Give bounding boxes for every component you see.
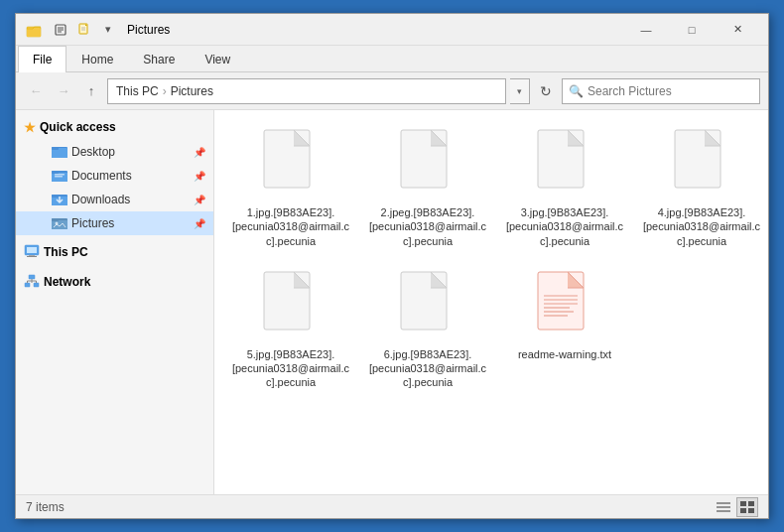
file-icon-3 xyxy=(530,126,599,205)
view-list-button[interactable] xyxy=(713,497,734,517)
search-input[interactable] xyxy=(588,84,753,98)
sidebar: ★ Quick access Desktop 📌 xyxy=(16,110,214,494)
main-content: ★ Quick access Desktop 📌 xyxy=(16,110,768,494)
svg-rect-13 xyxy=(52,171,59,174)
svg-rect-17 xyxy=(52,195,59,198)
sidebar-section-quickaccess[interactable]: ★ Quick access xyxy=(16,114,213,140)
sidebar-section-thispc[interactable]: This PC xyxy=(16,239,213,265)
file-label-5: 5.jpg.[9B83AE23].[pecunia0318@airmail.cc… xyxy=(231,347,350,390)
title-bar: ▾ Pictures — □ ✕ xyxy=(16,14,768,46)
close-button[interactable]: ✕ xyxy=(715,14,760,46)
star-icon: ★ xyxy=(24,120,36,135)
qat-newfile-btn[interactable] xyxy=(73,19,95,41)
search-icon: 🔍 xyxy=(569,84,584,98)
sidebar-section-network-label: Network xyxy=(44,275,90,289)
thispc-icon xyxy=(24,244,40,261)
ribbon-tabs: File Home Share View xyxy=(16,46,768,71)
minimize-button[interactable]: — xyxy=(623,14,669,46)
svg-rect-50 xyxy=(740,508,746,513)
address-dropdown-btn[interactable]: ▾ xyxy=(510,78,530,104)
sidebar-item-pictures[interactable]: Pictures 📌 xyxy=(16,211,213,235)
file-icon-4 xyxy=(667,126,736,205)
file-label-2: 2.jpeg.[9B83AE23].[pecunia0318@airmail.c… xyxy=(368,205,487,248)
tab-file[interactable]: File xyxy=(18,46,66,72)
maximize-button[interactable]: □ xyxy=(669,14,715,46)
svg-rect-22 xyxy=(27,247,37,253)
file-item-2[interactable]: 2.jpeg.[9B83AE23].[pecunia0318@airmail.c… xyxy=(363,122,492,252)
file-label-4: 4.jpg.[9B83AE23].[pecunia0318@airmail.cc… xyxy=(642,205,761,248)
file-item-readme[interactable]: readme-warning.txt xyxy=(500,264,629,394)
back-button[interactable]: ← xyxy=(24,79,48,103)
folder-pictures-icon xyxy=(52,215,67,232)
folder-downloads-icon xyxy=(52,192,67,208)
pin-icon-desktop: 📌 xyxy=(194,147,205,158)
pin-icon-pictures: 📌 xyxy=(194,218,205,229)
window-icon xyxy=(24,20,44,40)
search-box[interactable]: 🔍 xyxy=(562,78,760,104)
file-label-1: 1.jpg.[9B83AE23].[pecunia0318@airmail.cc… xyxy=(231,205,350,248)
address-path[interactable]: This PC › Pictures xyxy=(107,78,506,104)
ribbon: File Home Share View xyxy=(16,46,768,72)
forward-button[interactable]: → xyxy=(52,79,75,103)
svg-rect-49 xyxy=(748,501,754,506)
file-label-6: 6.jpg.[9B83AE23].[pecunia0318@airmail.cc… xyxy=(368,347,487,390)
sidebar-item-desktop[interactable]: Desktop 📌 xyxy=(16,140,213,164)
sidebar-item-desktop-label: Desktop xyxy=(71,145,115,159)
path-pictures[interactable]: Pictures xyxy=(171,84,213,98)
svg-rect-15 xyxy=(55,176,63,178)
svg-rect-24 xyxy=(27,256,37,257)
svg-rect-1 xyxy=(27,29,41,37)
tab-view[interactable]: View xyxy=(190,46,245,72)
file-item-4[interactable]: 4.jpg.[9B83AE23].[pecunia0318@airmail.cc… xyxy=(637,122,766,252)
svg-rect-27 xyxy=(34,283,39,287)
file-icon-readme xyxy=(530,268,599,347)
sidebar-item-documents[interactable]: Documents 📌 xyxy=(16,164,213,188)
sidebar-item-downloads[interactable]: Downloads 📌 xyxy=(16,188,213,211)
file-area: 1.jpg.[9B83AE23].[pecunia0318@airmail.cc… xyxy=(214,110,768,494)
file-grid: 1.jpg.[9B83AE23].[pecunia0318@airmail.cc… xyxy=(226,122,756,394)
svg-rect-25 xyxy=(29,275,35,279)
qat-properties-btn[interactable] xyxy=(50,19,71,41)
svg-rect-51 xyxy=(748,508,754,513)
view-large-icons-button[interactable] xyxy=(736,497,758,517)
sidebar-item-pictures-label: Pictures xyxy=(71,216,114,230)
sidebar-section-network[interactable]: Network xyxy=(16,269,213,295)
network-icon xyxy=(24,274,40,291)
sidebar-item-documents-label: Documents xyxy=(71,169,132,183)
file-icon-1 xyxy=(256,126,326,205)
svg-rect-26 xyxy=(25,283,30,287)
tab-share[interactable]: Share xyxy=(128,46,190,72)
file-item-5[interactable]: 5.jpg.[9B83AE23].[pecunia0318@airmail.cc… xyxy=(226,264,355,394)
tab-home[interactable]: Home xyxy=(66,46,128,72)
qat-dropdown-btn[interactable]: ▾ xyxy=(97,19,119,41)
address-bar: ← → ↑ This PC › Pictures ▾ ↻ 🔍 xyxy=(16,72,768,110)
view-buttons xyxy=(713,497,758,517)
folder-documents-icon xyxy=(52,168,67,185)
file-item-6[interactable]: 6.jpg.[9B83AE23].[pecunia0318@airmail.cc… xyxy=(363,264,492,394)
file-icon-6 xyxy=(393,268,462,347)
status-item-count: 7 items xyxy=(26,500,65,514)
svg-rect-14 xyxy=(55,174,65,176)
pin-icon-downloads: 📌 xyxy=(194,195,205,205)
window-controls: — □ ✕ xyxy=(623,14,760,46)
path-separator-1: › xyxy=(163,84,167,98)
quick-access-toolbar: ▾ xyxy=(50,19,119,41)
file-label-3: 3.jpg.[9B83AE23].[pecunia0318@airmail.cc… xyxy=(505,205,624,248)
svg-rect-11 xyxy=(52,147,59,150)
explorer-window: ▾ Pictures — □ ✕ File Home Share View ← … xyxy=(15,13,769,519)
sidebar-item-downloads-label: Downloads xyxy=(71,193,130,206)
file-item-1[interactable]: 1.jpg.[9B83AE23].[pecunia0318@airmail.cc… xyxy=(226,122,355,252)
window-title: Pictures xyxy=(127,23,623,37)
svg-rect-19 xyxy=(52,218,59,221)
file-item-3[interactable]: 3.jpg.[9B83AE23].[pecunia0318@airmail.cc… xyxy=(500,122,629,252)
folder-desktop-icon xyxy=(52,144,67,161)
svg-rect-48 xyxy=(740,501,746,506)
status-bar: 7 items xyxy=(16,494,768,518)
path-thispc[interactable]: This PC xyxy=(116,84,159,98)
sidebar-section-quickaccess-label: Quick access xyxy=(40,120,116,134)
file-icon-5 xyxy=(256,268,326,347)
up-button[interactable]: ↑ xyxy=(79,79,103,103)
file-icon-2 xyxy=(393,126,462,205)
sidebar-section-thispc-label: This PC xyxy=(44,245,88,259)
refresh-button[interactable]: ↻ xyxy=(534,79,558,103)
